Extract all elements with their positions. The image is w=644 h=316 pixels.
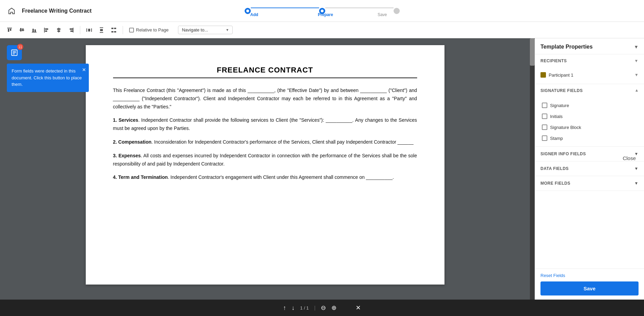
signature-fields-section: Signature Fields ▼ Signature Initials Si… (535, 84, 644, 147)
close-button[interactable]: Close (623, 155, 636, 161)
main-area: 11 Form fields were detected in this doc… (0, 38, 644, 300)
sig-field-signature-block[interactable]: Signature Block (540, 122, 639, 133)
sig-field-initials[interactable]: Initials (540, 111, 639, 122)
more-fields-chevron: ▼ (634, 181, 639, 186)
svg-rect-19 (91, 28, 92, 32)
step-save-circle (394, 8, 400, 14)
form-detect-button[interactable]: 11 (7, 45, 22, 60)
zoom-in-button[interactable]: ⊕ (331, 304, 337, 312)
svg-rect-22 (100, 32, 103, 33)
section1-text: . Independent Contractor shall provide t… (113, 117, 417, 131)
resize-icon[interactable] (108, 25, 119, 36)
navigate-label: Navigate to... (182, 27, 208, 32)
scrollbar-track[interactable] (530, 38, 535, 300)
distribute-h-icon[interactable] (84, 25, 95, 36)
prev-page-button[interactable]: ↑ (283, 304, 286, 312)
distribute-v-icon[interactable] (96, 25, 107, 36)
signer-info-label: Signer Info Fields (540, 152, 586, 156)
page-number: 1 / 1 (300, 305, 309, 311)
document-section3: 3. Expenses. All costs and expenses incu… (113, 152, 417, 168)
workflow-stepper (245, 8, 400, 14)
svg-rect-7 (32, 29, 34, 32)
participant-item: Participant 1 ▼ (540, 70, 639, 80)
relative-page-checkbox[interactable] (129, 28, 134, 32)
page-total: 1 (306, 305, 309, 311)
section3-text: . All costs and expenses incurred by Ind… (113, 153, 417, 167)
home-button[interactable] (5, 5, 18, 17)
next-page-button[interactable]: ↓ (292, 304, 295, 312)
zoom-out-button[interactable]: ⊖ (321, 304, 326, 312)
tooltip-close-button[interactable]: ✕ (82, 66, 86, 74)
reset-fields-link[interactable]: Reset Fields (540, 273, 639, 278)
sig-checkbox-signature (542, 103, 547, 108)
relative-to-page-btn[interactable]: Relative to Page (126, 26, 171, 34)
bottom-bar: ↑ ↓ 1 / 1 | ⊖ ⊕ ✕ (0, 300, 644, 316)
svg-rect-27 (114, 31, 116, 32)
signature-fields-header[interactable]: Signature Fields ▼ (535, 84, 644, 97)
svg-rect-0 (7, 28, 12, 28)
align-top-icon[interactable] (4, 25, 15, 36)
document-title: Freelance Writing Contract (22, 8, 92, 14)
align-center-icon[interactable] (53, 25, 64, 36)
svg-rect-5 (22, 28, 24, 31)
page-current: 1 (300, 305, 303, 311)
document-area[interactable]: 11 Form fields were detected in this doc… (0, 38, 535, 300)
participant-expand-arrow[interactable]: ▼ (634, 73, 639, 77)
svg-rect-6 (32, 32, 37, 32)
document-section1: 1. Services. Independent Contractor shal… (113, 116, 417, 133)
svg-rect-21 (100, 27, 103, 28)
sig-field-signature[interactable]: Signature (540, 100, 639, 111)
recipients-header[interactable]: RECIPIENTS ▼ (535, 54, 644, 67)
document-heading: FREELANCE CONTRACT (113, 66, 417, 75)
form-detect-tooltip: Form fields were detected in this docume… (7, 64, 89, 92)
panel-collapse-chevron[interactable]: ▼ (634, 44, 639, 50)
svg-rect-13 (57, 28, 60, 30)
svg-rect-17 (70, 30, 73, 32)
section1-title: 1. Services (113, 117, 138, 123)
svg-rect-2 (10, 29, 11, 31)
panel-footer: Reset Fields Save (535, 268, 644, 300)
navigate-dropdown[interactable]: Navigate to... ▼ (178, 26, 233, 34)
right-panel: Template Properties ▼ RECIPIENTS ▼ Parti… (535, 38, 644, 300)
more-fields-label: More Fields (540, 181, 571, 186)
svg-rect-1 (8, 29, 9, 32)
svg-rect-25 (114, 28, 116, 29)
section4-text: . Independent Contractor's engagement wi… (168, 174, 394, 180)
step-connector-2 (325, 8, 394, 8)
recipients-label: RECIPIENTS (540, 58, 567, 63)
toolbar: Relative to Page Navigate to... ▼ (0, 22, 644, 38)
sig-checkbox-signature-block (542, 124, 547, 130)
scrollbar-thumb[interactable] (530, 38, 535, 66)
toolbar-divider-2 (123, 26, 123, 34)
step-prepare-circle (319, 8, 325, 14)
data-fields-chevron: ▼ (634, 166, 639, 171)
align-left-icon[interactable] (41, 25, 52, 36)
document-intro: This Freelance Contract (this "Agreement… (113, 87, 417, 111)
bottom-close-button[interactable]: ✕ (356, 304, 361, 312)
svg-rect-26 (111, 31, 113, 32)
document-section4: 4. Term and Termination. Independent Con… (113, 173, 417, 182)
bottom-separator: | (314, 305, 316, 311)
recipients-content: Participant 1 ▼ (535, 67, 644, 84)
step-connector-1 (251, 8, 319, 8)
sig-label-signature: Signature (550, 103, 569, 108)
svg-rect-11 (45, 30, 47, 32)
save-button[interactable]: Save (540, 281, 639, 295)
align-bottom-icon[interactable] (29, 25, 40, 36)
svg-rect-8 (35, 29, 36, 32)
sig-field-stamp[interactable]: Stamp (540, 133, 639, 144)
data-fields-section-header[interactable]: Data Fields ▼ (535, 161, 644, 176)
align-middle-icon[interactable] (16, 25, 27, 36)
document-page: FREELANCE CONTRACT This Freelance Contra… (86, 45, 444, 285)
step-save (394, 8, 400, 14)
step-add-circle (245, 8, 251, 14)
recipients-chevron: ▼ (634, 58, 639, 63)
align-right-icon[interactable] (66, 25, 77, 36)
tooltip-message: Form fields were detected in this docume… (12, 68, 82, 87)
signature-fields-label: Signature Fields (540, 88, 583, 93)
svg-rect-4 (20, 28, 22, 31)
sig-fields-chevron: ▼ (634, 88, 639, 93)
more-fields-section-header[interactable]: More Fields ▼ (535, 176, 644, 191)
document-section2: 2. Compensation. Inconsideration for Ind… (113, 138, 417, 146)
participant-name: Participant 1 (549, 73, 634, 78)
